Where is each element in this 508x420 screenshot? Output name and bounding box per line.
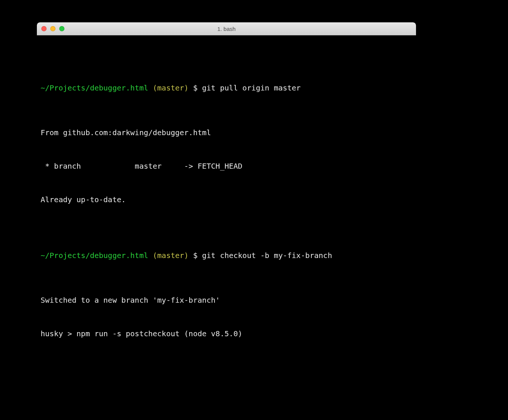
output-line: Already up-to-date. (41, 194, 412, 205)
prompt-line: ~/Projects/debugger.html (master) $ git … (41, 82, 412, 93)
zoom-icon[interactable] (59, 26, 64, 31)
terminal-window: 1. bash ~/Projects/debugger.html (master… (37, 22, 416, 372)
traffic-lights (37, 26, 64, 31)
prompt-dollar: $ (193, 83, 197, 92)
prompt-path: ~/Projects/debugger.html (41, 83, 148, 92)
minimize-icon[interactable] (50, 26, 55, 31)
output-line: * branch master -> FETCH_HEAD (41, 160, 412, 172)
close-icon[interactable] (41, 26, 47, 31)
prompt-branch: (master) (153, 251, 188, 260)
prompt-branch: (master) (153, 83, 188, 92)
terminal-body[interactable]: ~/Projects/debugger.html (master) $ git … (37, 35, 416, 372)
command-text: git checkout -b my-fix-branch (202, 251, 332, 260)
prompt-line: ~/Projects/debugger.html (master) $ git … (41, 250, 412, 261)
titlebar[interactable]: 1. bash (37, 22, 416, 35)
command-text: git pull origin master (202, 83, 301, 92)
stage: 1. bash ~/Projects/debugger.html (master… (0, 0, 508, 420)
window-title: 1. bash (37, 26, 416, 32)
output-line: husky > npm run -s postcheckout (node v8… (41, 328, 412, 339)
prompt-dollar: $ (193, 251, 197, 260)
prompt-path: ~/Projects/debugger.html (41, 251, 148, 260)
output-line: From github.com:darkwing/debugger.html (41, 127, 412, 138)
output-line: Switched to a new branch 'my-fix-branch' (41, 295, 412, 306)
